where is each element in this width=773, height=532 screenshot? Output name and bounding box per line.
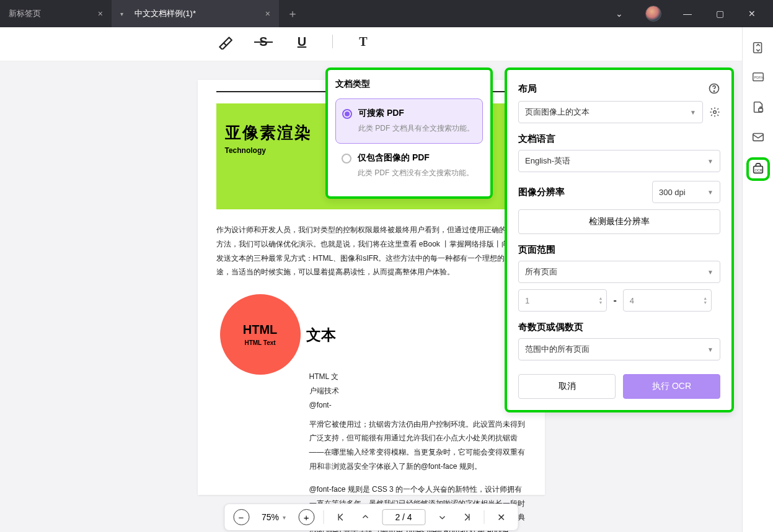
body-snippet: HTML 文 (309, 370, 526, 384)
layout-label: 布局 (518, 83, 537, 95)
avatar[interactable] (645, 6, 661, 22)
parity-label: 奇数页或偶数页 (518, 321, 720, 333)
chevron-down-icon: ▼ (707, 346, 713, 353)
zoom-in-button[interactable]: + (298, 509, 314, 525)
underline-icon[interactable]: U (294, 33, 310, 50)
separator (323, 510, 324, 524)
text-tool-icon[interactable]: T (355, 33, 371, 50)
input-value: 1 (525, 296, 529, 305)
zoom-select[interactable]: 75% ▾ (258, 512, 289, 522)
close-icon[interactable]: × (98, 9, 103, 19)
convert-icon[interactable] (751, 41, 765, 55)
radio-icon (342, 109, 352, 119)
page-from-input[interactable]: 1 ▲▼ (518, 289, 607, 312)
secure-file-icon[interactable] (751, 100, 765, 114)
page-navigation-bar: − 75% ▾ + 2 / 4 ✕ (224, 504, 518, 531)
body-paragraph: 平滑它被使用过；抗锯齿方法仍由用户控制环境。此设置尚未得到广泛支持，但可能很有用… (309, 417, 526, 474)
svg-rect-6 (758, 108, 762, 112)
last-page-button[interactable] (459, 509, 475, 525)
pdfa-icon[interactable]: PDF/A (751, 71, 765, 84)
body-snippet: @font- (309, 398, 526, 412)
option-description: 此类 PDF 文档没有全文搜索功能。 (358, 167, 474, 179)
chevron-down-icon: ▼ (690, 109, 696, 116)
ocr-settings-panel: 布局 页面图像上的文本 ▼ 文档语言 English-英语 ▼ 图像分辨率 (505, 68, 734, 412)
first-page-button[interactable] (332, 509, 348, 525)
chevron-down-icon: ▾ (283, 514, 286, 521)
run-ocr-button[interactable]: 执行 OCR (623, 374, 720, 399)
zoom-value: 75% (262, 512, 279, 522)
tab-label: 新标签页 (9, 8, 41, 19)
chevron-down-icon[interactable]: ⌄ (613, 9, 625, 19)
language-select[interactable]: English-英语 ▼ (518, 150, 720, 172)
spin-down-icon[interactable]: ▼ (703, 300, 707, 305)
option-title: 可搜索 PDF (358, 108, 474, 119)
language-label: 文档语言 (518, 133, 720, 145)
parity-select[interactable]: 范围中的所有页面 ▼ (518, 338, 720, 360)
svg-rect-7 (753, 134, 763, 141)
input-value: 4 (630, 296, 634, 305)
option-title: 仅包含图像的 PDF (358, 152, 474, 164)
option-image-only-pdf[interactable]: 仅包含图像的 PDF 此类 PDF 文档没有全文搜索功能。 (335, 144, 483, 188)
svg-text:OCR: OCR (754, 168, 762, 172)
popup-title: 文档类型 (335, 79, 483, 90)
svg-point-1 (713, 91, 714, 92)
detect-resolution-button[interactable]: 检测最佳分辨率 (518, 209, 720, 234)
body-snippet: 户端技术 (309, 384, 526, 398)
select-value: 300 dpi (659, 188, 686, 197)
circle-subtitle: HTML Text (244, 339, 275, 346)
document-type-popup: 文档类型 可搜索 PDF 此类 PDF 文档具有全文搜索功能。 仅包含图像的 P… (325, 68, 493, 199)
next-page-button[interactable] (434, 509, 450, 525)
circle-title: HTML (243, 323, 278, 337)
highlighter-icon[interactable] (217, 33, 233, 50)
gear-icon[interactable] (709, 106, 720, 118)
chevron-down-icon[interactable]: ▾ (120, 11, 123, 17)
chevron-down-icon: ▼ (707, 158, 713, 165)
option-searchable-pdf[interactable]: 可搜索 PDF 此类 PDF 文档具有全文搜索功能。 (335, 98, 483, 144)
spin-up-icon[interactable]: ▲ (703, 296, 707, 300)
help-icon[interactable] (708, 82, 720, 95)
cancel-button[interactable]: 取消 (518, 374, 616, 399)
chevron-down-icon: ▼ (707, 269, 713, 276)
mail-icon[interactable] (751, 130, 765, 144)
minimize-button[interactable]: — (681, 9, 694, 19)
tab-document[interactable]: ▾ 中文文档样例(1)* × (112, 0, 279, 27)
resolution-select[interactable]: 300 dpi ▼ (652, 181, 720, 203)
close-icon[interactable]: × (265, 9, 270, 19)
separator (332, 35, 333, 48)
body-paragraph: 作为设计师和开发人员，我们对类型的控制权限最终被最终用户看到，但通过使用正确的交… (216, 223, 526, 279)
maximize-button[interactable]: ▢ (713, 9, 726, 19)
close-button[interactable]: ✕ (746, 9, 758, 19)
svg-rect-3 (753, 43, 761, 53)
prev-page-button[interactable] (357, 509, 373, 525)
spin-down-icon[interactable]: ▼ (599, 300, 603, 305)
tab-label: 中文文档样例(1)* (135, 8, 196, 19)
ocr-icon[interactable]: OCR (749, 160, 767, 178)
tab-new[interactable]: 新标签页 × (0, 0, 112, 27)
resolution-label: 图像分辨率 (518, 186, 565, 198)
title-bar: 新标签页 × ▾ 中文文档样例(1)* × ＋ ⌄ — ▢ ✕ (0, 0, 773, 27)
option-description: 此类 PDF 文档具有全文搜索功能。 (358, 123, 474, 134)
page-to-input[interactable]: 4 ▲▼ (623, 289, 712, 312)
select-value: English-英语 (525, 155, 570, 167)
close-bar-button[interactable]: ✕ (493, 509, 509, 525)
page-input[interactable]: 2 / 4 (382, 509, 425, 525)
add-tab-button[interactable]: ＋ (279, 0, 306, 27)
select-value: 所有页面 (525, 266, 557, 277)
separator (484, 510, 484, 524)
format-toolbar: S U T (0, 27, 742, 61)
right-tool-rail: PDF/A OCR (742, 27, 773, 532)
select-value: 页面图像上的文本 (525, 107, 590, 118)
page-range-label: 页面范围 (518, 244, 720, 256)
section-heading: 文本 (306, 325, 526, 345)
circle-graphic: HTML HTML Text (220, 294, 301, 375)
range-separator: - (613, 295, 616, 306)
select-value: 范围中的所有页面 (525, 344, 590, 355)
spin-up-icon[interactable]: ▲ (599, 296, 603, 300)
strikethrough-icon[interactable]: S (255, 33, 272, 50)
radio-icon (342, 154, 351, 164)
page-range-select[interactable]: 所有页面 ▼ (518, 261, 720, 283)
layout-select[interactable]: 页面图像上的文本 ▼ (518, 101, 703, 123)
svg-point-2 (713, 111, 717, 114)
zoom-out-button[interactable]: − (233, 509, 249, 525)
svg-text:PDF/A: PDF/A (754, 76, 764, 79)
